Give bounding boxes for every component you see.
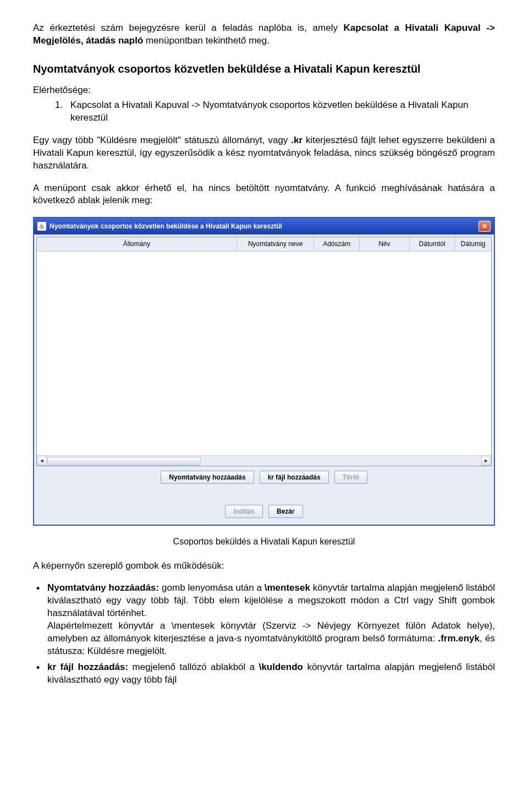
column-header[interactable]: Név <box>359 237 409 251</box>
dialog-titlebar: ♨ Nyomtatványok csoportos közvetlen bekü… <box>34 218 494 235</box>
paragraph-4: A képernyőn szereplő gombok és működésük… <box>33 560 495 573</box>
availability-item-1: 1. Kapcsolat a Hivatali Kapuval -> Nyomt… <box>55 99 495 124</box>
scroll-left-arrow[interactable]: ◄ <box>37 456 47 466</box>
table-header-row: ÁllományNyomtatvány neveAdószámNévDátumt… <box>37 237 491 251</box>
column-header[interactable]: Állomány <box>37 237 237 251</box>
scroll-thumb[interactable] <box>47 457 201 466</box>
para2-bold: .kr <box>291 135 302 145</box>
nyomtatvány-hozzáadás-button[interactable]: Nyomtatvány hozzáadás <box>161 471 254 484</box>
intro-text-2: menüpontban tekinthető meg. <box>143 35 270 46</box>
bullet-list: Nyomtatvány hozzáadás: gomb lenyomása ut… <box>33 582 495 686</box>
paragraph-3: A menüpont csak akkor érhető el, ha ninc… <box>33 182 495 208</box>
bullet1-p2-bold: .frm.enyk <box>438 633 480 644</box>
section-title: Nyomtatványok csoportos közvetlen beküld… <box>33 62 495 77</box>
column-header[interactable]: Dátumig <box>455 237 491 251</box>
table-body-empty <box>37 252 491 455</box>
bullet2-label: kr fájl hozzáadás: <box>47 662 128 672</box>
button-row-2: IndításBezár <box>36 488 492 522</box>
kr-fájl-hozzáadás-button[interactable]: kr fájl hozzáadás <box>260 471 329 484</box>
availability-label: Elérhetősége: <box>33 84 495 97</box>
töröl-button: Töröl <box>334 471 367 484</box>
horizontal-scrollbar[interactable]: ◄ ► <box>37 455 491 466</box>
availability-item-text: Kapcsolat a Hivatali Kapuval -> Nyomtatv… <box>70 99 495 124</box>
data-table: ÁllományNyomtatvány neveAdószámNévDátumt… <box>37 237 491 251</box>
button-row-1: Nyomtatvány hozzáadáskr fájl hozzáadásTö… <box>36 466 492 488</box>
scroll-right-arrow[interactable]: ► <box>481 456 491 466</box>
dialog-body: ÁllományNyomtatvány neveAdószámNévDátumt… <box>34 235 494 525</box>
availability-list: 1. Kapcsolat a Hivatali Kapuval -> Nyomt… <box>55 99 495 124</box>
java-icon: ♨ <box>37 222 46 231</box>
bullet-item-2: kr fájl hozzáadás: megjelenő tallózó abl… <box>33 661 495 686</box>
dialog-window: ♨ Nyomtatványok csoportos közvetlen bekü… <box>33 217 495 526</box>
list-marker: 1. <box>55 99 70 124</box>
scroll-track[interactable] <box>47 456 481 465</box>
bullet1-label: Nyomtatvány hozzáadás: <box>47 582 159 593</box>
para2-a: Egy vagy több "Küldésre megjelölt" státu… <box>33 135 291 145</box>
bullet-item-1: Nyomtatvány hozzáadás: gomb lenyomása ut… <box>33 582 495 658</box>
dialog-title: Nyomtatványok csoportos közvetlen beküld… <box>50 222 282 231</box>
table-container: ÁllományNyomtatvány neveAdószámNévDátumt… <box>36 237 492 466</box>
close-button[interactable]: ✕ <box>479 221 491 232</box>
column-header[interactable]: Dátumtól <box>409 237 455 251</box>
bullet1-p2a: Alapértelmezett könyvtár a \mentesek kön… <box>47 620 495 644</box>
intro-text-1: Az érkeztetési szám bejegyzésre kerül a … <box>33 23 344 33</box>
column-header[interactable]: Nyomtatvány neve <box>237 237 314 251</box>
bezár-button[interactable]: Bezár <box>268 505 303 518</box>
paragraph-2: Egy vagy több "Küldésre megjelölt" státu… <box>33 134 495 172</box>
bullet2-mid: megjelenő tallózó ablakból a <box>128 662 259 672</box>
intro-paragraph: Az érkeztetési szám bejegyzésre kerül a … <box>33 22 495 47</box>
column-header[interactable]: Adószám <box>314 237 360 251</box>
bullet2-path: \kuldendo <box>259 662 303 672</box>
indítás-button: Indítás <box>225 505 263 518</box>
bullet1-mid: gomb lenyomása után a <box>159 582 265 593</box>
figure-caption: Csoportos beküldés a Hivatali Kapun kere… <box>33 536 495 548</box>
bullet1-path: \mentesek <box>265 582 310 593</box>
